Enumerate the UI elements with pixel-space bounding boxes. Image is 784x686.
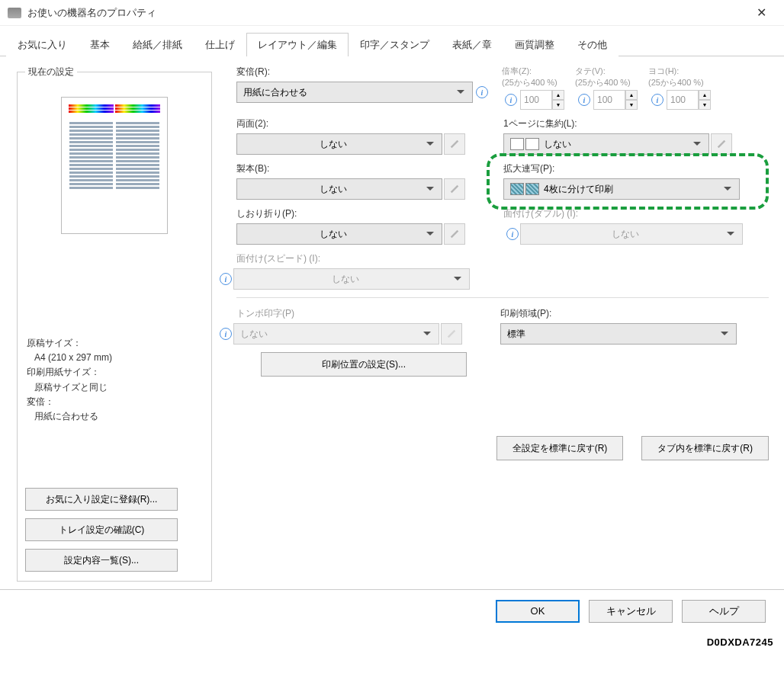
imposition-speed-label: 面付け(スピード) (I): [236,252,470,265]
info-icon[interactable]: i [220,273,232,285]
print-size-value: 原稿サイズと同じ [27,380,202,395]
vert-input [593,90,625,110]
titlebar: お使いの機器名のプロパティ ✕ [0,0,784,26]
cancel-button[interactable]: キャンセル [589,600,673,623]
tab-finishing[interactable]: 仕上げ [194,33,246,56]
horz-label: ヨコ(H):(25から400 %) [648,66,711,88]
orig-size-value: A4 (210 x 297 mm) [27,351,202,365]
ratio-label: 倍率(Z):(25から400 %) [502,66,564,88]
duplex-select[interactable]: しない [236,133,442,155]
scale-label: 変倍： [27,395,202,409]
imposition-double-label: 面付け(ダブル) (I): [503,207,743,220]
info-icon[interactable]: i [578,94,590,106]
scale-label: 変倍(R): [236,66,491,79]
fold-label: しおり折り(P): [236,207,465,220]
document-id: D0DXDA7245 [0,632,784,651]
dialog-footer: OK キャンセル ヘルプ [0,589,784,632]
poster-select[interactable]: 4枚に分けて印刷 [503,178,740,200]
print-area-select[interactable]: 標準 [500,323,737,345]
print-position-button[interactable]: 印刷位置の設定(S)... [261,352,467,377]
print-area-label: 印刷領域(P): [500,307,737,320]
booklet-select[interactable]: しない [236,178,442,200]
tab-cover[interactable]: 表紙／章 [441,33,503,56]
window-title: お使いの機器名のプロパティ [27,6,746,20]
imposition-double-select: しない [520,223,743,245]
imposition-speed-select: しない [233,268,470,290]
scale-select[interactable]: 用紙に合わせる [236,82,473,103]
info-icon[interactable]: i [506,228,519,240]
horz-input [667,90,699,110]
crop-marks-label: トンボ印字(P) [236,307,462,320]
settings-list-button[interactable]: 設定内容一覧(S)... [25,549,178,572]
fold-details-button[interactable] [444,223,465,245]
current-settings-legend: 現在の設定 [25,66,77,79]
info-icon[interactable]: i [220,328,232,340]
fold-select[interactable]: しない [236,223,442,245]
booklet-label: 製本(B): [236,162,465,175]
tab-other[interactable]: その他 [566,33,619,56]
tab-layout-edit[interactable]: レイアウト／編集 [246,33,349,56]
duplex-label: 両面(2): [236,117,465,130]
tab-strip: お気に入り 基本 給紙／排紙 仕上げ レイアウト／編集 印字／スタンプ 表紙／章… [0,26,784,56]
tab-stamp[interactable]: 印字／スタンプ [349,33,441,56]
poster-label: 拡大連写(P): [503,162,740,175]
printer-properties-dialog: お使いの機器名のプロパティ ✕ お気に入り 基本 給紙／排紙 仕上げ レイアウト… [0,0,784,632]
orig-size-label: 原稿サイズ： [27,336,202,351]
booklet-details-button[interactable] [444,178,465,200]
vert-label: タテ(V):(25から400 %) [575,66,638,88]
printer-icon [8,8,21,18]
combine-label: 1ページに集約(L): [503,117,732,130]
ratio-input [520,90,552,110]
duplex-details-button[interactable] [444,133,465,155]
close-button[interactable]: ✕ [746,5,776,20]
combine-select[interactable]: しない [503,133,709,155]
crop-marks-select: しない [233,323,439,345]
scale-value: 用紙に合わせる [27,409,202,424]
current-settings-group: 現在の設定 原稿サイズ： A4 (210 x 297 mm) 印刷用紙サイズ [17,66,212,582]
tab-favorites[interactable]: お気に入り [6,33,79,56]
info-icon[interactable]: i [651,94,664,106]
tab-basic[interactable]: 基本 [79,33,121,56]
check-tray-button[interactable]: トレイ設定の確認(C) [25,518,178,541]
crop-details-button [441,323,462,345]
preview-image [61,97,168,234]
register-favorite-button[interactable]: お気に入り設定に登録(R)... [25,488,178,511]
ok-button[interactable]: OK [496,600,580,623]
info-icon[interactable]: i [476,86,488,98]
info-icon[interactable]: i [505,94,517,106]
reset-tab-button[interactable]: タブ内を標準に戻す(R) [641,436,769,460]
help-button[interactable]: ヘルプ [682,600,766,623]
tab-quality[interactable]: 画質調整 [503,33,566,56]
combine-details-button[interactable] [711,133,732,155]
print-size-label: 印刷用紙サイズ： [27,365,202,380]
preview-info: 原稿サイズ： A4 (210 x 297 mm) 印刷用紙サイズ： 原稿サイズと… [25,333,204,427]
tab-paper[interactable]: 給紙／排紙 [121,33,194,56]
reset-all-button[interactable]: 全設定を標準に戻す(R) [496,436,624,460]
